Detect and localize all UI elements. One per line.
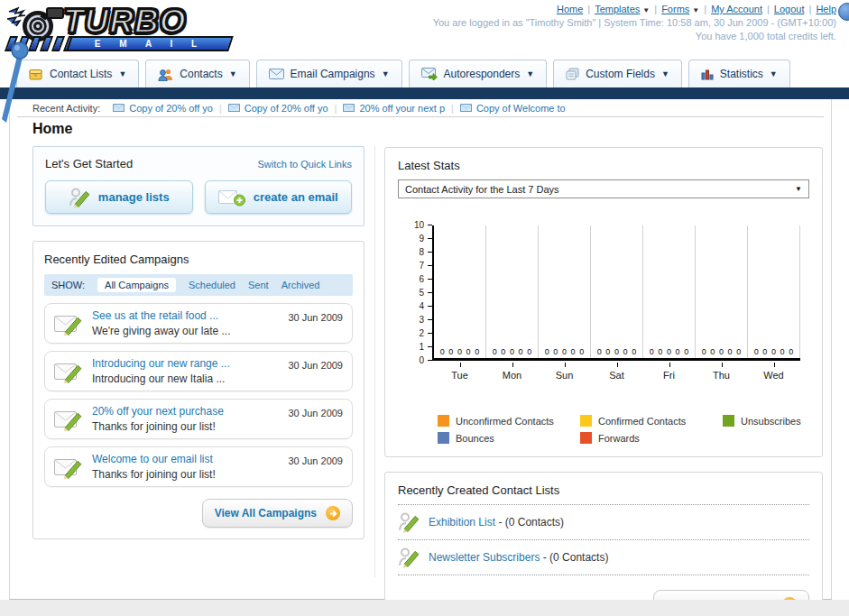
link-templates[interactable]: Templates <box>595 4 640 14</box>
x-axis-tick <box>460 363 461 367</box>
campaign-subtitle: Thanks for joining our list! <box>92 468 216 481</box>
manage-lists-icon <box>69 187 90 208</box>
recent-activity-link[interactable]: 20% off your next p <box>359 103 445 114</box>
chart-group: 00000Mon <box>486 225 539 358</box>
switch-quick-links[interactable]: Switch to Quick Links <box>257 159 352 170</box>
y-axis-label: 2 <box>400 328 432 339</box>
campaign-link[interactable]: See us at the retail food ... <box>92 308 279 323</box>
recent-activity-link[interactable]: Copy of 20% off yo <box>245 103 328 114</box>
right-column: Latest Stats Contact Activity for the La… <box>384 147 823 616</box>
recent-activity-link[interactable]: Copy of 20% off yo <box>129 103 213 114</box>
legend-label: Bounces <box>456 433 494 444</box>
column-divider <box>374 146 375 577</box>
legend-swatch <box>580 415 592 427</box>
login-status-text: You are logged in as "Timothy Smith" | S… <box>433 17 836 28</box>
tab-label: Statistics <box>720 68 763 80</box>
link-home[interactable]: Home <box>557 4 583 14</box>
filter-sent[interactable]: Sent <box>248 280 269 290</box>
chevron-down-icon: ▼ <box>118 69 126 78</box>
contact-list-detail: - (0 Contacts) <box>543 551 609 564</box>
divider: | <box>451 103 454 114</box>
recent-contact-lists-panel: Recently Created Contact Lists Exhibitio… <box>384 472 823 616</box>
tab-autoresponders[interactable]: Autoresponders▼ <box>409 60 548 87</box>
recent-activity-link[interactable]: Copy of Welcome to <box>476 103 566 114</box>
page-footer <box>0 600 849 616</box>
link-separator: | <box>654 4 657 14</box>
envelope-icon <box>113 104 125 112</box>
campaign-edit-icon <box>54 455 83 479</box>
campaigns-filter-bar: SHOW: All Campaigns Scheduled Sent Archi… <box>44 274 353 296</box>
annotation-pin <box>0 38 29 124</box>
campaign-link[interactable]: 20% off your next purchase <box>92 404 279 418</box>
legend-swatch <box>438 432 449 444</box>
legend-item: Forwards <box>580 432 723 444</box>
campaign-date: 30 Jun 2009 <box>288 408 343 418</box>
contacts-icon <box>158 68 173 81</box>
link-logout[interactable]: Logout <box>774 4 805 14</box>
recent-activity-label: Recent Activity: <box>32 103 100 114</box>
chart-value-labels: 00000 <box>488 347 536 356</box>
tab-label: Autoresponders <box>444 68 521 80</box>
campaign-subtitle: Introducing our new Italia ... <box>92 372 225 385</box>
campaign-date: 30 Jun 2009 <box>288 312 343 323</box>
contact-list-link[interactable]: Exhibition List <box>429 516 495 529</box>
chart-group: 00000Fri <box>643 225 696 358</box>
y-axis-label: 1 <box>400 342 432 353</box>
tab-contact-lists[interactable]: Contact Lists▼ <box>16 60 139 87</box>
latest-stats-panel: Latest Stats Contact Activity for the La… <box>384 147 823 457</box>
show-label: SHOW: <box>51 280 85 290</box>
contact-list-detail: - (0 Contacts) <box>498 516 564 529</box>
logo-title: TURBO <box>63 3 187 41</box>
tab-custom-fields[interactable]: Custom Fields▼ <box>553 60 682 87</box>
logo-subtitle: E M A I L <box>70 38 229 50</box>
header: TURBO E M A I L Home|Templates ▼|Forms ▼… <box>0 0 849 60</box>
chart-value-labels: 00000 <box>436 347 484 356</box>
filter-scheduled[interactable]: Scheduled <box>189 280 235 290</box>
x-axis-label: Wed <box>748 370 799 381</box>
link-forms[interactable]: Forms <box>661 4 689 14</box>
tab-label: Contact Lists <box>50 68 112 80</box>
selected-period: Contact Activity for the Last 7 Days <box>405 184 559 195</box>
chevron-down-icon: ▼ <box>770 69 778 78</box>
chart-value-labels: 00000 <box>593 347 641 356</box>
y-axis-label: 0 <box>400 355 432 366</box>
view-all-campaigns-button[interactable]: View All Campaigns <box>202 499 353 528</box>
campaign-link[interactable]: Welcome to our email list <box>92 452 279 466</box>
legend-label: Forwards <box>598 433 640 444</box>
manage-lists-button[interactable]: manage lists <box>45 180 193 214</box>
tab-statistics[interactable]: Statistics▼ <box>688 60 790 87</box>
chart-legend: Unconfirmed ContactsConfirmed ContactsUn… <box>438 415 809 444</box>
link-help[interactable]: Help <box>816 4 836 14</box>
tab-label: Custom Fields <box>586 68 655 80</box>
stats-period-select[interactable]: Contact Activity for the Last 7 Days ▼ <box>398 179 809 198</box>
logo: TURBO E M A I L <box>5 3 247 55</box>
create-email-button[interactable]: create an email <box>205 180 353 214</box>
link-my-account[interactable]: My Account <box>711 4 762 14</box>
tab-contacts[interactable]: Contacts▼ <box>145 60 249 87</box>
chart-group: 00000Thu <box>696 225 748 358</box>
create-email-icon <box>218 188 245 207</box>
autoresponders-icon <box>421 68 438 80</box>
filter-all-campaigns[interactable]: All Campaigns <box>97 278 176 292</box>
link-separator: | <box>704 4 706 14</box>
left-column: Let's Get Started Switch to Quick Links … <box>32 146 365 539</box>
chevron-down-icon: ▼ <box>526 69 534 78</box>
filter-archived[interactable]: Archived <box>281 280 320 290</box>
recent-activity-item: Copy of 20% off yo <box>228 103 328 114</box>
tab-label: Contacts <box>180 68 222 80</box>
x-axis-label: Thu <box>696 370 747 381</box>
button-label: View All Campaigns <box>215 507 317 519</box>
chevron-down-icon: ▼ <box>661 69 669 78</box>
campaign-row: Welcome to our email listThanks for join… <box>44 446 353 487</box>
envelope-icon <box>228 104 240 112</box>
y-axis-label: 10 <box>400 220 432 231</box>
get-started-panel: Let's Get Started Switch to Quick Links … <box>32 146 365 226</box>
chart-value-labels: 00000 <box>540 347 588 356</box>
tab-email-campaigns[interactable]: Email Campaigns▼ <box>256 60 402 87</box>
contact-lists-icon <box>29 68 43 80</box>
x-axis-label: Tue <box>434 370 485 381</box>
contact-list-link[interactable]: Newsletter Subscribers <box>429 551 540 564</box>
chevron-down-icon: ▼ <box>795 185 802 193</box>
y-axis-label: 4 <box>400 301 432 312</box>
campaign-link[interactable]: Introducing our new range ... <box>92 356 279 371</box>
